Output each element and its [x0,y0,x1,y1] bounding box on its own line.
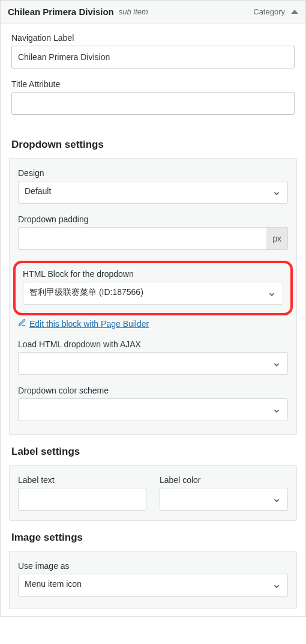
color-scheme-label: Dropdown color scheme [18,386,288,395]
label-settings-title: Label settings [1,446,305,465]
html-block-select[interactable]: 智利甲级联赛菜单 (ID:187566) [23,282,283,305]
ajax-label: Load HTML dropdown with AJAX [18,339,288,349]
label-settings-panel: Label text Label color [9,465,297,521]
design-select[interactable]: Default [18,181,288,204]
use-image-as-label: Use image as [18,561,288,571]
navigation-label-label: Navigation Label [11,33,295,43]
label-text-input[interactable] [18,488,146,511]
color-scheme-select[interactable] [18,398,288,421]
item-type-label: Category [253,7,285,16]
dropdown-settings-title: Dropdown settings [1,139,305,158]
unit-suffix: px [266,227,288,250]
highlight-box: HTML Block for the dropdown 智利甲级联赛菜单 (ID… [13,261,293,315]
dropdown-settings-panel: Design Default Dropdown padding px HTML … [9,158,297,435]
edit-block-link[interactable]: Edit this block with Page Builder [18,318,149,329]
label-color-label: Label color [160,475,288,485]
edit-block-link-text: Edit this block with Page Builder [29,319,149,329]
image-settings-panel: Use image as Menu item icon [9,551,297,609]
menu-item-title: Chilean Primera Division [8,7,114,17]
menu-item-header[interactable]: Chilean Primera Division sub item Catego… [1,1,305,23]
general-fields: Navigation Label Title Attribute [1,23,305,128]
image-settings-title: Image settings [1,532,305,551]
dropdown-padding-label: Dropdown padding [18,214,288,224]
collapse-icon [291,10,298,14]
title-attribute-label: Title Attribute [11,79,295,89]
use-image-as-select[interactable]: Menu item icon [18,574,288,597]
dropdown-padding-input[interactable] [18,227,266,250]
title-attribute-input[interactable] [11,92,295,115]
navigation-label-input[interactable] [11,46,295,68]
pencil-icon [18,318,26,329]
html-block-label: HTML Block for the dropdown [23,269,283,279]
design-label: Design [18,168,288,178]
label-color-select[interactable] [160,488,288,511]
label-text-label: Label text [18,475,146,485]
ajax-select[interactable] [18,352,288,375]
sub-item-label: sub item [119,7,148,16]
menu-item-panel: Chilean Primera Division sub item Catego… [0,0,306,617]
